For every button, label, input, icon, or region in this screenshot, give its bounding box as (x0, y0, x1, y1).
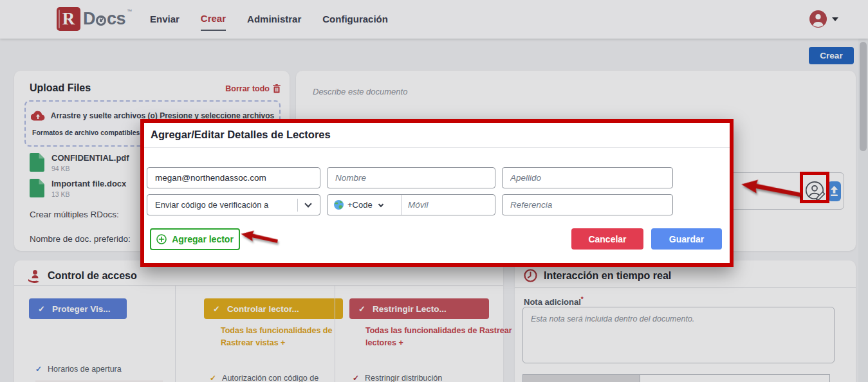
mobile-input[interactable] (402, 200, 495, 210)
file-size: 13 KB (51, 190, 126, 198)
logo-r: R (62, 9, 75, 29)
lock-in-o-icon (96, 15, 106, 26)
plus-circle-icon (156, 234, 167, 244)
file-icon (30, 153, 44, 172)
main-nav-links: Enviar Crear Administrar Configuración (150, 0, 388, 39)
access-control-header: Control de acceso (27, 269, 137, 283)
realtime-header: Interacción en tiempo real (524, 269, 671, 282)
trademark-symbol: ™ (127, 8, 132, 14)
control-reader-features: Autorización con código de verificación … (210, 368, 342, 382)
protect-views-column: Proteger Vis... Horarios de apertura Geo… (14, 285, 175, 382)
save-button[interactable]: Guardar (651, 228, 722, 250)
file-name: CONFIDENTIAL.pdf (51, 153, 129, 163)
describe-placeholder[interactable]: Describe este documento (313, 87, 407, 96)
page-scrollbar[interactable] (858, 39, 868, 382)
country-code-select[interactable]: +Code (328, 200, 401, 210)
cloud-upload-icon (31, 111, 45, 121)
add-edit-readers-modal: Agregar/Editar Detalles de Lectores Envi… (140, 119, 734, 267)
restrict-readers-column: Restringir Lecto... Todas las funcionali… (335, 285, 503, 382)
note-value-cell[interactable] (640, 374, 830, 382)
control-reader-note: Todas las funcionalidades de Rastrear vi… (221, 325, 343, 350)
account-menu[interactable] (809, 10, 838, 28)
required-asterisk: * (581, 296, 584, 303)
note-option-cell[interactable] (522, 374, 640, 382)
upload-files-title: Upload Files (30, 82, 91, 94)
globe-icon (334, 200, 344, 210)
annotation-box-reader-icon (800, 172, 829, 203)
additional-note-label: Nota adicional* (524, 296, 584, 307)
reader-email-input[interactable] (147, 167, 320, 188)
realtime-title: Interacción en tiempo real (544, 270, 671, 282)
feature-item: Horarios de apertura (35, 359, 163, 381)
last-name-input[interactable] (502, 167, 673, 188)
clear-all-button[interactable]: Borrar todo (225, 84, 281, 93)
rdocs-logo-badge: R (57, 7, 80, 31)
realtime-interaction-card: Interacción en tiempo real Nota adiciona… (515, 260, 856, 382)
protect-views-features: Horarios de apertura Geolocalización est… (35, 359, 163, 382)
restrict-readers-note: Todas las funcionalidades de Rastrear le… (365, 325, 512, 350)
nav-item-administrar[interactable]: Administrar (247, 8, 301, 30)
chevron-down-icon (832, 17, 838, 21)
phone-input-group: +Code (327, 194, 495, 215)
restrict-readers-features: Restringir distribución (353, 368, 481, 382)
add-reader-button[interactable]: Agregar lector (150, 228, 240, 250)
verification-method-select[interactable]: Enviar código de verificación a (147, 194, 320, 215)
feature-item: Autorización con código de verificación … (210, 368, 342, 382)
access-control-icon (27, 269, 41, 283)
divider (144, 147, 730, 148)
control-reader-column: Controlar lector... Todas las funcionali… (175, 285, 335, 382)
modal-title: Agregar/Editar Detalles de Lectores (151, 129, 331, 141)
nav-item-enviar[interactable]: Enviar (150, 8, 180, 30)
top-nav: R Dcs ™ Enviar Crear Administrar Configu… (0, 0, 868, 39)
file-icon (30, 179, 44, 197)
access-control-card: Control de acceso Proteger Vis... Horari… (14, 260, 503, 382)
file-size: 94 KB (51, 165, 129, 172)
protect-views-button[interactable]: Proteger Vis... (29, 298, 127, 319)
preferred-doc-name-label: Nombre de doc. preferido: (30, 234, 131, 244)
file-item[interactable]: Important file.docx 13 KB (30, 179, 126, 198)
user-avatar-icon (809, 10, 827, 28)
divider (515, 287, 856, 288)
nav-item-crear[interactable]: Crear (201, 8, 226, 31)
clock-icon (524, 269, 537, 282)
cancel-button[interactable]: Cancelar (571, 228, 643, 250)
rdocs-logo-word: Dcs (83, 9, 125, 29)
rdocs-create-page: R Dcs ™ Enviar Crear Administrar Configu… (0, 0, 868, 382)
first-name-input[interactable] (327, 167, 495, 188)
chevron-down-icon (304, 200, 311, 207)
create-button[interactable]: Crear (809, 47, 854, 64)
control-reader-button[interactable]: Controlar lector... (204, 298, 343, 319)
scrollbar-thumb[interactable] (860, 42, 867, 151)
upload-reader-icon[interactable] (827, 181, 841, 201)
access-control-title: Control de acceso (48, 270, 137, 282)
trash-icon (273, 84, 281, 93)
divider (297, 199, 298, 212)
nav-item-configuracion[interactable]: Configuración (322, 8, 388, 30)
feature-item: Restringir distribución (353, 368, 481, 382)
file-item[interactable]: CONFIDENTIAL.pdf 94 KB (30, 153, 129, 172)
reference-input[interactable] (502, 194, 673, 215)
chevron-down-icon (378, 201, 383, 206)
restrict-readers-button[interactable]: Restringir Lecto... (349, 298, 489, 319)
rdocs-logo[interactable]: R Dcs ™ (57, 7, 132, 31)
multiple-rdocs-label: Crear múltiples RDocs: (30, 210, 119, 219)
file-name: Important file.docx (51, 179, 126, 188)
supported-formats-label: Formatos de archivo compatibles: (32, 129, 142, 136)
annotation-arrow-add-reader (240, 228, 279, 247)
additional-note-textarea[interactable] (522, 307, 835, 363)
